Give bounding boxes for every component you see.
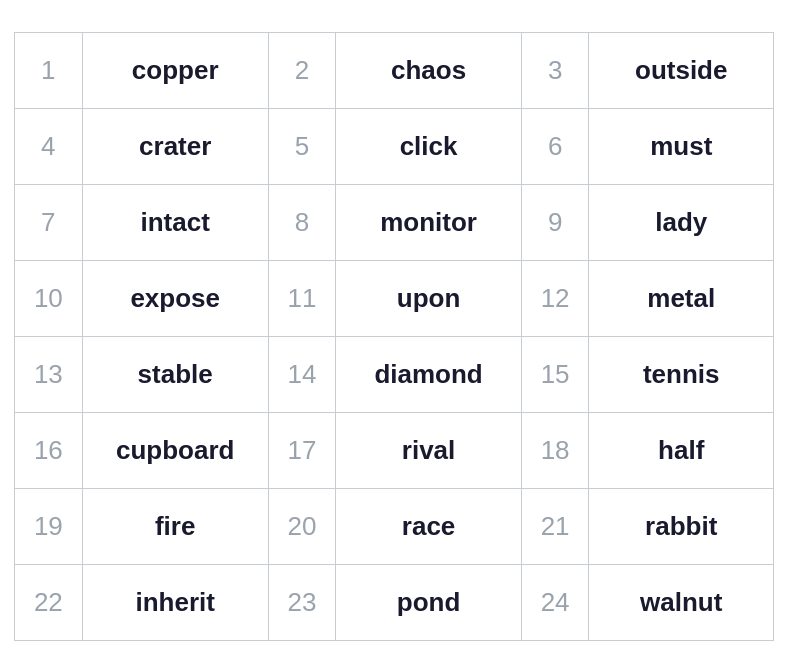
- word-cell: metal: [589, 260, 774, 336]
- word-cell: stable: [82, 336, 268, 412]
- word-cell: fire: [82, 488, 268, 564]
- word-cell: cupboard: [82, 412, 268, 488]
- word-cell: rabbit: [589, 488, 774, 564]
- word-cell: expose: [82, 260, 268, 336]
- number-cell: 21: [521, 488, 589, 564]
- number-cell: 1: [15, 32, 83, 108]
- table-row: 4crater5click6must: [15, 108, 774, 184]
- number-cell: 20: [268, 488, 336, 564]
- number-cell: 5: [268, 108, 336, 184]
- word-cell: pond: [336, 564, 521, 640]
- word-cell: tennis: [589, 336, 774, 412]
- number-cell: 15: [521, 336, 589, 412]
- number-cell: 19: [15, 488, 83, 564]
- word-cell: copper: [82, 32, 268, 108]
- number-cell: 12: [521, 260, 589, 336]
- word-cell: must: [589, 108, 774, 184]
- word-cell: diamond: [336, 336, 521, 412]
- number-cell: 3: [521, 32, 589, 108]
- word-cell: rival: [336, 412, 521, 488]
- number-cell: 8: [268, 184, 336, 260]
- number-cell: 16: [15, 412, 83, 488]
- number-cell: 4: [15, 108, 83, 184]
- word-cell: inherit: [82, 564, 268, 640]
- word-cell: chaos: [336, 32, 521, 108]
- word-cell: lady: [589, 184, 774, 260]
- word-grid: 1copper2chaos3outside4crater5click6must7…: [14, 32, 774, 641]
- word-cell: walnut: [589, 564, 774, 640]
- number-cell: 10: [15, 260, 83, 336]
- number-cell: 24: [521, 564, 589, 640]
- table-row: 16cupboard17rival18half: [15, 412, 774, 488]
- word-cell: upon: [336, 260, 521, 336]
- number-cell: 18: [521, 412, 589, 488]
- table-row: 7intact8monitor9lady: [15, 184, 774, 260]
- word-cell: race: [336, 488, 521, 564]
- number-cell: 6: [521, 108, 589, 184]
- number-cell: 13: [15, 336, 83, 412]
- word-cell: crater: [82, 108, 268, 184]
- number-cell: 23: [268, 564, 336, 640]
- number-cell: 14: [268, 336, 336, 412]
- table-row: 22inherit23pond24walnut: [15, 564, 774, 640]
- table-row: 10expose11upon12metal: [15, 260, 774, 336]
- number-cell: 17: [268, 412, 336, 488]
- number-cell: 9: [521, 184, 589, 260]
- word-cell: outside: [589, 32, 774, 108]
- table-row: 19fire20race21rabbit: [15, 488, 774, 564]
- table-row: 13stable14diamond15tennis: [15, 336, 774, 412]
- number-cell: 2: [268, 32, 336, 108]
- number-cell: 7: [15, 184, 83, 260]
- table-row: 1copper2chaos3outside: [15, 32, 774, 108]
- number-cell: 11: [268, 260, 336, 336]
- word-cell: click: [336, 108, 521, 184]
- word-cell: monitor: [336, 184, 521, 260]
- number-cell: 22: [15, 564, 83, 640]
- word-cell: half: [589, 412, 774, 488]
- word-cell: intact: [82, 184, 268, 260]
